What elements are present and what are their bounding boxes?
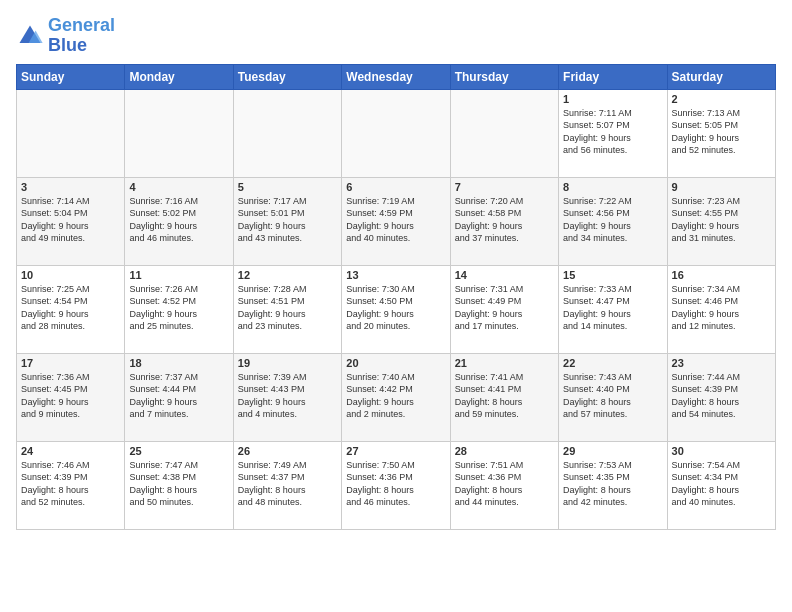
calendar-cell: 29Sunrise: 7:53 AM Sunset: 4:35 PM Dayli…	[559, 441, 667, 529]
calendar-cell: 12Sunrise: 7:28 AM Sunset: 4:51 PM Dayli…	[233, 265, 341, 353]
day-number: 8	[563, 181, 662, 193]
day-number: 5	[238, 181, 337, 193]
calendar-cell: 4Sunrise: 7:16 AM Sunset: 5:02 PM Daylig…	[125, 177, 233, 265]
day-number: 7	[455, 181, 554, 193]
day-number: 27	[346, 445, 445, 457]
day-info: Sunrise: 7:25 AM Sunset: 4:54 PM Dayligh…	[21, 283, 120, 333]
calendar-cell: 25Sunrise: 7:47 AM Sunset: 4:38 PM Dayli…	[125, 441, 233, 529]
calendar-cell: 30Sunrise: 7:54 AM Sunset: 4:34 PM Dayli…	[667, 441, 775, 529]
day-info: Sunrise: 7:19 AM Sunset: 4:59 PM Dayligh…	[346, 195, 445, 245]
day-number: 22	[563, 357, 662, 369]
calendar-cell: 23Sunrise: 7:44 AM Sunset: 4:39 PM Dayli…	[667, 353, 775, 441]
calendar-week-row: 1Sunrise: 7:11 AM Sunset: 5:07 PM Daylig…	[17, 89, 776, 177]
day-number: 11	[129, 269, 228, 281]
calendar-cell: 20Sunrise: 7:40 AM Sunset: 4:42 PM Dayli…	[342, 353, 450, 441]
calendar-cell: 22Sunrise: 7:43 AM Sunset: 4:40 PM Dayli…	[559, 353, 667, 441]
weekday-header: Tuesday	[233, 64, 341, 89]
weekday-header: Friday	[559, 64, 667, 89]
logo: General Blue	[16, 16, 115, 56]
day-info: Sunrise: 7:26 AM Sunset: 4:52 PM Dayligh…	[129, 283, 228, 333]
day-info: Sunrise: 7:39 AM Sunset: 4:43 PM Dayligh…	[238, 371, 337, 421]
calendar-cell: 7Sunrise: 7:20 AM Sunset: 4:58 PM Daylig…	[450, 177, 558, 265]
day-info: Sunrise: 7:49 AM Sunset: 4:37 PM Dayligh…	[238, 459, 337, 509]
calendar-cell: 3Sunrise: 7:14 AM Sunset: 5:04 PM Daylig…	[17, 177, 125, 265]
day-info: Sunrise: 7:53 AM Sunset: 4:35 PM Dayligh…	[563, 459, 662, 509]
day-info: Sunrise: 7:54 AM Sunset: 4:34 PM Dayligh…	[672, 459, 771, 509]
day-info: Sunrise: 7:33 AM Sunset: 4:47 PM Dayligh…	[563, 283, 662, 333]
day-number: 17	[21, 357, 120, 369]
calendar-cell: 11Sunrise: 7:26 AM Sunset: 4:52 PM Dayli…	[125, 265, 233, 353]
day-number: 29	[563, 445, 662, 457]
calendar-week-row: 24Sunrise: 7:46 AM Sunset: 4:39 PM Dayli…	[17, 441, 776, 529]
weekday-header: Saturday	[667, 64, 775, 89]
calendar-cell	[450, 89, 558, 177]
weekday-header: Monday	[125, 64, 233, 89]
day-info: Sunrise: 7:51 AM Sunset: 4:36 PM Dayligh…	[455, 459, 554, 509]
calendar-week-row: 3Sunrise: 7:14 AM Sunset: 5:04 PM Daylig…	[17, 177, 776, 265]
day-info: Sunrise: 7:31 AM Sunset: 4:49 PM Dayligh…	[455, 283, 554, 333]
calendar-cell	[17, 89, 125, 177]
day-number: 18	[129, 357, 228, 369]
day-number: 4	[129, 181, 228, 193]
day-number: 10	[21, 269, 120, 281]
day-number: 12	[238, 269, 337, 281]
day-number: 26	[238, 445, 337, 457]
logo-text: General Blue	[48, 16, 115, 56]
page-container: General Blue SundayMondayTuesdayWednesda…	[0, 0, 792, 538]
day-number: 14	[455, 269, 554, 281]
day-number: 2	[672, 93, 771, 105]
calendar-cell: 9Sunrise: 7:23 AM Sunset: 4:55 PM Daylig…	[667, 177, 775, 265]
day-number: 21	[455, 357, 554, 369]
day-info: Sunrise: 7:50 AM Sunset: 4:36 PM Dayligh…	[346, 459, 445, 509]
calendar-cell: 5Sunrise: 7:17 AM Sunset: 5:01 PM Daylig…	[233, 177, 341, 265]
day-info: Sunrise: 7:23 AM Sunset: 4:55 PM Dayligh…	[672, 195, 771, 245]
calendar-cell: 18Sunrise: 7:37 AM Sunset: 4:44 PM Dayli…	[125, 353, 233, 441]
day-info: Sunrise: 7:36 AM Sunset: 4:45 PM Dayligh…	[21, 371, 120, 421]
weekday-header: Sunday	[17, 64, 125, 89]
day-info: Sunrise: 7:46 AM Sunset: 4:39 PM Dayligh…	[21, 459, 120, 509]
day-info: Sunrise: 7:43 AM Sunset: 4:40 PM Dayligh…	[563, 371, 662, 421]
day-info: Sunrise: 7:22 AM Sunset: 4:56 PM Dayligh…	[563, 195, 662, 245]
day-info: Sunrise: 7:14 AM Sunset: 5:04 PM Dayligh…	[21, 195, 120, 245]
calendar-cell: 17Sunrise: 7:36 AM Sunset: 4:45 PM Dayli…	[17, 353, 125, 441]
calendar-cell: 6Sunrise: 7:19 AM Sunset: 4:59 PM Daylig…	[342, 177, 450, 265]
day-info: Sunrise: 7:20 AM Sunset: 4:58 PM Dayligh…	[455, 195, 554, 245]
calendar-cell: 10Sunrise: 7:25 AM Sunset: 4:54 PM Dayli…	[17, 265, 125, 353]
day-number: 23	[672, 357, 771, 369]
day-info: Sunrise: 7:47 AM Sunset: 4:38 PM Dayligh…	[129, 459, 228, 509]
day-number: 15	[563, 269, 662, 281]
calendar-cell: 14Sunrise: 7:31 AM Sunset: 4:49 PM Dayli…	[450, 265, 558, 353]
logo-general: General	[48, 15, 115, 35]
calendar-cell: 27Sunrise: 7:50 AM Sunset: 4:36 PM Dayli…	[342, 441, 450, 529]
day-info: Sunrise: 7:16 AM Sunset: 5:02 PM Dayligh…	[129, 195, 228, 245]
calendar-cell: 19Sunrise: 7:39 AM Sunset: 4:43 PM Dayli…	[233, 353, 341, 441]
day-info: Sunrise: 7:28 AM Sunset: 4:51 PM Dayligh…	[238, 283, 337, 333]
calendar-cell: 26Sunrise: 7:49 AM Sunset: 4:37 PM Dayli…	[233, 441, 341, 529]
day-info: Sunrise: 7:44 AM Sunset: 4:39 PM Dayligh…	[672, 371, 771, 421]
calendar-cell: 15Sunrise: 7:33 AM Sunset: 4:47 PM Dayli…	[559, 265, 667, 353]
logo-icon	[16, 22, 44, 50]
page-header: General Blue	[16, 16, 776, 56]
day-number: 30	[672, 445, 771, 457]
day-number: 9	[672, 181, 771, 193]
calendar-table: SundayMondayTuesdayWednesdayThursdayFrid…	[16, 64, 776, 530]
day-number: 25	[129, 445, 228, 457]
day-number: 28	[455, 445, 554, 457]
calendar-cell: 8Sunrise: 7:22 AM Sunset: 4:56 PM Daylig…	[559, 177, 667, 265]
day-number: 20	[346, 357, 445, 369]
day-number: 24	[21, 445, 120, 457]
day-info: Sunrise: 7:41 AM Sunset: 4:41 PM Dayligh…	[455, 371, 554, 421]
day-info: Sunrise: 7:37 AM Sunset: 4:44 PM Dayligh…	[129, 371, 228, 421]
calendar-cell: 28Sunrise: 7:51 AM Sunset: 4:36 PM Dayli…	[450, 441, 558, 529]
day-info: Sunrise: 7:13 AM Sunset: 5:05 PM Dayligh…	[672, 107, 771, 157]
calendar-week-row: 10Sunrise: 7:25 AM Sunset: 4:54 PM Dayli…	[17, 265, 776, 353]
logo-blue: Blue	[48, 36, 115, 56]
day-info: Sunrise: 7:11 AM Sunset: 5:07 PM Dayligh…	[563, 107, 662, 157]
day-info: Sunrise: 7:17 AM Sunset: 5:01 PM Dayligh…	[238, 195, 337, 245]
weekday-header: Thursday	[450, 64, 558, 89]
calendar-cell	[125, 89, 233, 177]
calendar-week-row: 17Sunrise: 7:36 AM Sunset: 4:45 PM Dayli…	[17, 353, 776, 441]
day-number: 1	[563, 93, 662, 105]
calendar-cell	[342, 89, 450, 177]
calendar-cell: 13Sunrise: 7:30 AM Sunset: 4:50 PM Dayli…	[342, 265, 450, 353]
